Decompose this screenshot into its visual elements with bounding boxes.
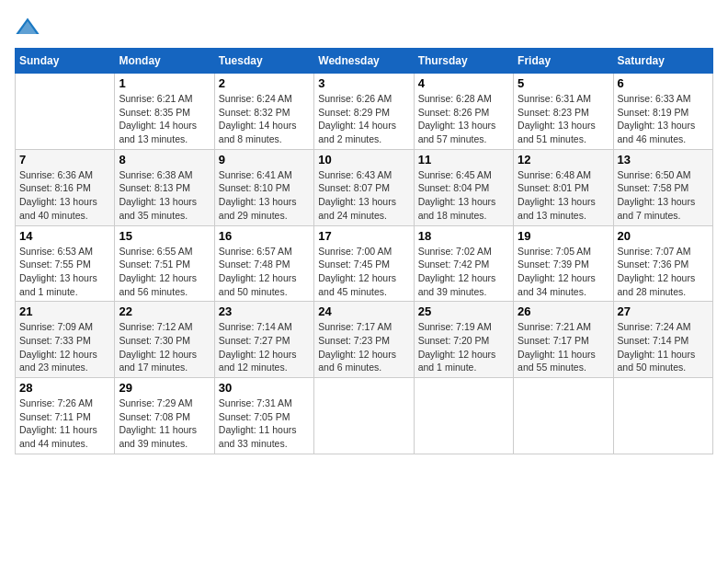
day-info: Sunrise: 6:50 AM Sunset: 7:58 PM Dayligh… (618, 168, 709, 223)
day-number: 14 (19, 229, 110, 243)
weekday-header-thursday: Thursday (414, 49, 513, 74)
day-number: 29 (119, 381, 210, 395)
day-number: 11 (418, 153, 509, 167)
calendar-day-8: 8Sunrise: 6:38 AM Sunset: 8:13 PM Daylig… (115, 149, 214, 225)
day-number: 6 (618, 76, 709, 90)
day-info: Sunrise: 6:33 AM Sunset: 8:19 PM Dayligh… (618, 92, 709, 146)
calendar-day-26: 26Sunrise: 7:21 AM Sunset: 7:17 PM Dayli… (514, 302, 613, 378)
day-number: 27 (618, 304, 709, 318)
day-number: 3 (318, 76, 409, 90)
calendar-day-21: 21Sunrise: 7:09 AM Sunset: 7:33 PM Dayli… (16, 302, 115, 378)
calendar-day-16: 16Sunrise: 6:57 AM Sunset: 7:48 PM Dayli… (214, 225, 313, 302)
day-info: Sunrise: 7:26 AM Sunset: 7:11 PM Dayligh… (19, 396, 110, 451)
day-info: Sunrise: 6:55 AM Sunset: 7:51 PM Dayligh… (119, 245, 210, 299)
calendar-day-11: 11Sunrise: 6:45 AM Sunset: 8:04 PM Dayli… (414, 149, 513, 225)
calendar-week-row: 28Sunrise: 7:26 AM Sunset: 7:11 PM Dayli… (16, 378, 713, 454)
day-info: Sunrise: 6:31 AM Sunset: 8:23 PM Dayligh… (518, 92, 609, 146)
calendar-day-30: 30Sunrise: 7:31 AM Sunset: 7:05 PM Dayli… (214, 378, 313, 454)
day-info: Sunrise: 6:38 AM Sunset: 8:13 PM Dayligh… (119, 168, 210, 223)
day-number: 1 (119, 76, 210, 90)
day-number: 23 (219, 304, 310, 318)
day-number: 9 (219, 153, 310, 167)
weekday-header-monday: Monday (115, 49, 214, 74)
day-info: Sunrise: 6:28 AM Sunset: 8:26 PM Dayligh… (418, 92, 509, 146)
day-info: Sunrise: 6:57 AM Sunset: 7:48 PM Dayligh… (219, 245, 310, 299)
empty-day-cell (314, 378, 414, 454)
day-number: 4 (418, 76, 509, 90)
day-info: Sunrise: 7:07 AM Sunset: 7:36 PM Dayligh… (618, 245, 709, 299)
day-info: Sunrise: 6:24 AM Sunset: 8:32 PM Dayligh… (219, 92, 310, 146)
day-number: 20 (618, 229, 709, 243)
day-info: Sunrise: 6:21 AM Sunset: 8:35 PM Dayligh… (119, 92, 210, 146)
day-number: 10 (318, 153, 409, 167)
day-info: Sunrise: 7:09 AM Sunset: 7:33 PM Dayligh… (19, 320, 110, 374)
day-number: 5 (518, 76, 609, 90)
day-number: 16 (219, 229, 310, 243)
calendar-day-3: 3Sunrise: 6:26 AM Sunset: 8:29 PM Daylig… (314, 74, 414, 150)
day-info: Sunrise: 6:26 AM Sunset: 8:29 PM Dayligh… (318, 92, 409, 146)
day-number: 24 (318, 304, 409, 318)
calendar-week-row: 21Sunrise: 7:09 AM Sunset: 7:33 PM Dayli… (16, 302, 713, 378)
day-info: Sunrise: 7:24 AM Sunset: 7:14 PM Dayligh… (618, 320, 709, 374)
day-number: 18 (418, 229, 509, 243)
day-number: 19 (518, 229, 609, 243)
day-info: Sunrise: 7:00 AM Sunset: 7:45 PM Dayligh… (318, 245, 409, 299)
day-info: Sunrise: 7:02 AM Sunset: 7:42 PM Dayligh… (418, 245, 509, 299)
day-number: 22 (119, 304, 210, 318)
weekday-header-sunday: Sunday (16, 49, 115, 74)
day-info: Sunrise: 6:53 AM Sunset: 7:55 PM Dayligh… (19, 245, 110, 299)
calendar-day-2: 2Sunrise: 6:24 AM Sunset: 8:32 PM Daylig… (214, 74, 313, 150)
logo-icon (15, 15, 40, 40)
calendar-day-27: 27Sunrise: 7:24 AM Sunset: 7:14 PM Dayli… (613, 302, 712, 378)
calendar-day-15: 15Sunrise: 6:55 AM Sunset: 7:51 PM Dayli… (115, 225, 214, 302)
weekday-header-tuesday: Tuesday (214, 49, 313, 74)
day-number: 7 (19, 153, 110, 167)
calendar-day-24: 24Sunrise: 7:17 AM Sunset: 7:23 PM Dayli… (314, 302, 414, 378)
page-header (15, 15, 713, 40)
day-info: Sunrise: 7:31 AM Sunset: 7:05 PM Dayligh… (219, 396, 310, 451)
logo (15, 15, 44, 40)
day-info: Sunrise: 7:17 AM Sunset: 7:23 PM Dayligh… (318, 320, 409, 374)
calendar-day-12: 12Sunrise: 6:48 AM Sunset: 8:01 PM Dayli… (514, 149, 613, 225)
calendar-day-9: 9Sunrise: 6:41 AM Sunset: 8:10 PM Daylig… (214, 149, 313, 225)
calendar-day-22: 22Sunrise: 7:12 AM Sunset: 7:30 PM Dayli… (115, 302, 214, 378)
empty-day-cell (613, 378, 712, 454)
calendar-day-6: 6Sunrise: 6:33 AM Sunset: 8:19 PM Daylig… (613, 74, 712, 150)
calendar-table: SundayMondayTuesdayWednesdayThursdayFrid… (15, 48, 713, 454)
day-number: 25 (418, 304, 509, 318)
day-number: 28 (19, 381, 110, 395)
day-info: Sunrise: 6:48 AM Sunset: 8:01 PM Dayligh… (518, 168, 609, 223)
calendar-day-1: 1Sunrise: 6:21 AM Sunset: 8:35 PM Daylig… (115, 74, 214, 150)
day-info: Sunrise: 7:21 AM Sunset: 7:17 PM Dayligh… (518, 320, 609, 374)
day-info: Sunrise: 6:45 AM Sunset: 8:04 PM Dayligh… (418, 168, 509, 223)
day-number: 21 (19, 304, 110, 318)
day-number: 17 (318, 229, 409, 243)
day-info: Sunrise: 6:43 AM Sunset: 8:07 PM Dayligh… (318, 168, 409, 223)
calendar-header-row: SundayMondayTuesdayWednesdayThursdayFrid… (16, 49, 713, 74)
day-number: 8 (119, 153, 210, 167)
calendar-week-row: 14Sunrise: 6:53 AM Sunset: 7:55 PM Dayli… (16, 225, 713, 302)
calendar-day-23: 23Sunrise: 7:14 AM Sunset: 7:27 PM Dayli… (214, 302, 313, 378)
weekday-header-friday: Friday (514, 49, 613, 74)
empty-day-cell (514, 378, 613, 454)
calendar-day-5: 5Sunrise: 6:31 AM Sunset: 8:23 PM Daylig… (514, 74, 613, 150)
day-info: Sunrise: 7:29 AM Sunset: 7:08 PM Dayligh… (119, 396, 210, 451)
day-info: Sunrise: 6:41 AM Sunset: 8:10 PM Dayligh… (219, 168, 310, 223)
calendar-day-25: 25Sunrise: 7:19 AM Sunset: 7:20 PM Dayli… (414, 302, 513, 378)
day-info: Sunrise: 7:12 AM Sunset: 7:30 PM Dayligh… (119, 320, 210, 374)
day-number: 15 (119, 229, 210, 243)
calendar-day-4: 4Sunrise: 6:28 AM Sunset: 8:26 PM Daylig… (414, 74, 513, 150)
day-number: 2 (219, 76, 310, 90)
calendar-week-row: 7Sunrise: 6:36 AM Sunset: 8:16 PM Daylig… (16, 149, 713, 225)
weekday-header-saturday: Saturday (613, 49, 712, 74)
day-number: 30 (219, 381, 310, 395)
calendar-day-17: 17Sunrise: 7:00 AM Sunset: 7:45 PM Dayli… (314, 225, 414, 302)
day-info: Sunrise: 7:05 AM Sunset: 7:39 PM Dayligh… (518, 245, 609, 299)
calendar-day-28: 28Sunrise: 7:26 AM Sunset: 7:11 PM Dayli… (16, 378, 115, 454)
calendar-day-10: 10Sunrise: 6:43 AM Sunset: 8:07 PM Dayli… (314, 149, 414, 225)
weekday-header-wednesday: Wednesday (314, 49, 414, 74)
day-number: 12 (518, 153, 609, 167)
day-info: Sunrise: 7:19 AM Sunset: 7:20 PM Dayligh… (418, 320, 509, 374)
empty-day-cell (16, 74, 115, 150)
day-info: Sunrise: 6:36 AM Sunset: 8:16 PM Dayligh… (19, 168, 110, 223)
